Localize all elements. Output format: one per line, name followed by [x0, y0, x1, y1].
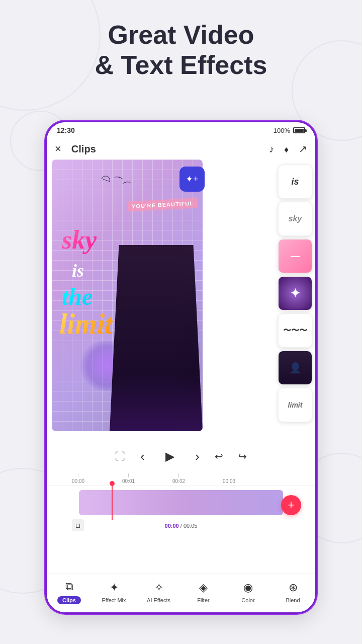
layers-panel: is sky — ✦ 〜〜〜 👤 limit [275, 159, 315, 431]
animate-icon-symbol: ⧉ [65, 580, 73, 593]
layer-is[interactable]: is [278, 165, 312, 199]
tool-filter[interactable]: ◈ Filter [186, 580, 221, 603]
sky-text: sky [62, 225, 97, 255]
tool-blend[interactable]: ⊛ Blend [276, 580, 311, 603]
effect-mix-label: Effect Mix [102, 597, 126, 603]
add-clip-button[interactable]: + [281, 495, 301, 515]
prev-button[interactable]: ‹ [140, 449, 145, 464]
ruler-mark-2: 00:02 [172, 473, 185, 484]
next-button[interactable]: › [195, 449, 200, 464]
layer-galaxy-label: ✦ [290, 286, 300, 300]
ai-effects-icon: ✧ [151, 580, 166, 595]
ruler-tick [78, 473, 78, 477]
add-icon: + [288, 499, 295, 512]
filter-icon: ◈ [196, 580, 211, 595]
music-icon[interactable]: ♪ [269, 143, 274, 155]
ruler-label-0: 00:00 [72, 478, 84, 484]
timeline-track-container: + [54, 490, 308, 515]
blend-icon: ⊛ [286, 580, 301, 595]
video-canvas[interactable]: ⌒ ⌓ ⌒ YOU'RE BEAUTIFUL sky is the limit [52, 159, 203, 431]
toolbar-title: Clips [71, 143, 269, 155]
ruler-mark-1: 00:01 [122, 473, 135, 484]
total-time: 00:05 [184, 523, 198, 529]
tool-effect-mix[interactable]: ✦ Effect Mix [97, 580, 132, 603]
fullscreen-button[interactable]: ⛶ [115, 451, 125, 462]
person-silhouette [110, 245, 203, 431]
layers-icon[interactable]: ⬧ [283, 142, 290, 155]
undo-button[interactable]: ↩ [215, 450, 223, 462]
text-layer-icon[interactable]: ◻ [72, 519, 84, 531]
layer-stripe-label: — [291, 251, 300, 262]
ai-button-icon: ✦+ [186, 174, 199, 185]
color-label: Color [241, 597, 254, 603]
layer-sky-label: sky [289, 214, 302, 223]
ruler-tick [128, 473, 129, 477]
ruler-tick [229, 473, 229, 477]
phone-frame: 12:30 100% × Clips ♪ ⬧ ↗ ⌒ ⌓ ⌒ YOU'RE BE… [45, 121, 317, 614]
person-area [110, 245, 203, 431]
limit-text: limit [59, 308, 113, 340]
color-icon: ◉ [241, 580, 256, 595]
current-time: 00:00 [165, 523, 179, 529]
filter-label: Filter [197, 597, 209, 603]
battery-percent: 100% [274, 127, 290, 134]
effect-mix-icon: ✦ [107, 580, 122, 595]
ai-effects-button[interactable]: ✦+ [179, 167, 205, 192]
layer-doodles[interactable]: 〜〜〜 [278, 313, 312, 348]
timeline-main-track[interactable] [79, 490, 283, 515]
toolbar-icons: ♪ ⬧ ↗ [269, 142, 307, 155]
app-toolbar: × Clips ♪ ⬧ ↗ [47, 138, 315, 159]
play-button[interactable]: ▶ [160, 446, 180, 466]
status-time: 12:30 [57, 126, 75, 134]
canvas-area: ⌒ ⌓ ⌒ YOU'RE BEAUTIFUL sky is the limit … [47, 159, 315, 441]
timeline: 00:00 00:01 00:02 00:03 [47, 471, 315, 532]
layer-portrait-label: 👤 [289, 362, 302, 374]
ruler-label-2: 00:02 [172, 478, 185, 484]
text-icon: ◻ [75, 522, 80, 529]
tool-ai-effects[interactable]: ✧ AI Effects [141, 580, 176, 603]
animate-icon: ⧉ [62, 579, 77, 594]
close-button[interactable]: × [55, 142, 61, 155]
export-icon[interactable]: ↗ [299, 143, 307, 155]
layer-limit-label: limit [288, 401, 303, 409]
bottom-toolbar: ⧉ Clips ✦ Effect Mix ✧ AI Effects ◈ Filt… [47, 574, 315, 612]
timeline-playhead [112, 482, 113, 520]
ruler-mark-0: 00:00 [72, 473, 84, 484]
layer-portrait[interactable]: 👤 [278, 351, 312, 385]
tool-animate[interactable]: ⧉ Clips [52, 579, 87, 604]
layer-is-label: is [291, 177, 299, 187]
timeline-ruler: 00:00 00:01 00:02 00:03 [47, 471, 315, 486]
page-title: Great Video& Text Effects [0, 20, 362, 80]
canvas-controls: ⛶ ‹ ▶ › ↩ ↪ [47, 441, 315, 471]
is-text: is [72, 260, 84, 281]
status-bar: 12:30 100% [47, 122, 315, 138]
battery-icon [293, 127, 305, 133]
layer-galaxy[interactable]: ✦ [278, 276, 312, 310]
ruler-marks: 00:00 00:01 00:02 00:03 [72, 473, 290, 484]
layer-limit[interactable]: limit [278, 388, 312, 422]
layer-doodles-label: 〜〜〜 [283, 326, 307, 336]
ruler-mark-3: 00:03 [223, 473, 235, 484]
redo-button[interactable]: ↪ [238, 450, 247, 462]
animate-label: Clips [57, 596, 81, 604]
ruler-label-1: 00:01 [122, 478, 135, 484]
layer-sky[interactable]: sky [278, 202, 312, 236]
status-right: 100% [274, 127, 305, 134]
ai-effects-label: AI Effects [147, 597, 170, 603]
ruler-tick [178, 473, 179, 477]
timeline-time: 00:00 / 00:05 [165, 523, 198, 529]
blend-label: Blend [286, 597, 300, 603]
tool-color[interactable]: ◉ Color [231, 580, 266, 603]
the-text: the [62, 283, 93, 310]
layer-stripe[interactable]: — [278, 239, 312, 273]
ruler-label-3: 00:03 [223, 478, 235, 484]
